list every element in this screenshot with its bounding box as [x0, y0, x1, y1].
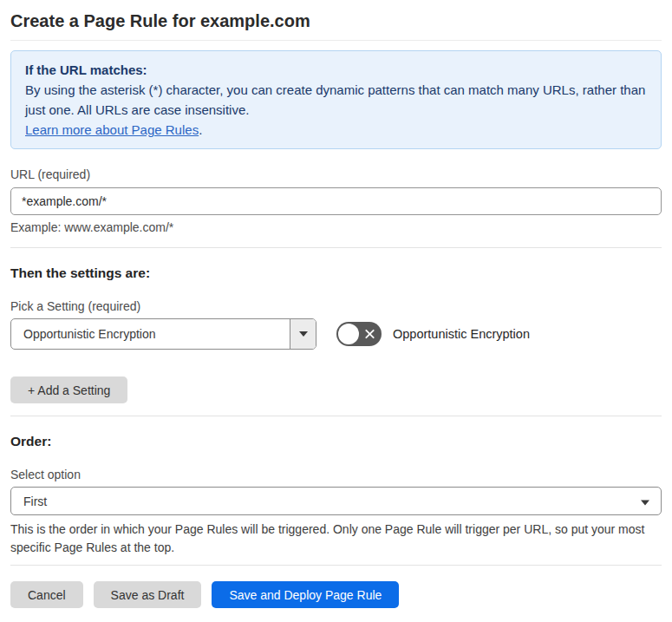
cancel-button[interactable]: Cancel — [10, 581, 83, 608]
chevron-down-icon — [641, 500, 649, 505]
info-box-link-line: Learn more about Page Rules. — [25, 120, 647, 140]
divider-actions — [10, 565, 662, 566]
order-heading: Order: — [10, 433, 662, 449]
save-and-deploy-button[interactable]: Save and Deploy Page Rule — [212, 581, 399, 608]
order-select[interactable]: First — [10, 487, 662, 515]
create-page-rule-form: Create a Page Rule for example.com If th… — [0, 10, 672, 608]
divider-order — [10, 416, 662, 416]
setting-dropdown[interactable]: Opportunistic Encryption — [10, 318, 316, 350]
add-setting-button[interactable]: + Add a Setting — [10, 376, 127, 403]
learn-more-link[interactable]: Learn more about Page Rules — [25, 122, 199, 137]
url-example-hint: Example: www.example.com/* — [10, 219, 662, 235]
url-input[interactable] — [10, 187, 662, 215]
settings-heading: Then the settings are: — [10, 265, 662, 281]
setting-dropdown-arrow-button[interactable] — [290, 319, 316, 349]
toggle-off-x-icon — [364, 329, 375, 340]
info-box-heading: If the URL matches: — [25, 60, 647, 80]
url-label: URL (required) — [10, 167, 662, 182]
setting-dropdown-value: Opportunistic Encryption — [11, 319, 290, 349]
order-description: This is the order in which your Page Rul… — [10, 521, 662, 557]
title-divider — [10, 40, 662, 41]
info-box-body: By using the asterisk (*) character, you… — [25, 80, 647, 120]
toggle-label: Opportunistic Encryption — [393, 327, 530, 341]
pick-setting-label: Pick a Setting (required) — [10, 298, 662, 314]
save-as-draft-button[interactable]: Save as Draft — [94, 581, 202, 608]
link-period: . — [199, 122, 202, 137]
action-buttons-row: Cancel Save as Draft Save and Deploy Pag… — [10, 581, 662, 608]
chevron-down-icon — [299, 331, 308, 337]
page-title: Create a Page Rule for example.com — [10, 10, 662, 31]
url-match-info-box: If the URL matches: By using the asteris… — [10, 50, 662, 149]
divider-settings — [10, 247, 662, 248]
order-select-value: First — [23, 494, 47, 508]
opportunistic-encryption-toggle[interactable] — [336, 322, 382, 346]
toggle-knob — [338, 324, 359, 344]
order-select-label: Select option — [10, 467, 662, 482]
setting-row: Opportunistic Encryption Opportunistic E… — [10, 318, 662, 350]
